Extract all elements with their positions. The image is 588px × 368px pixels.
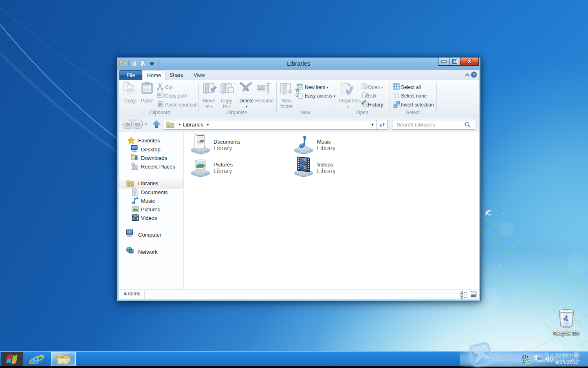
svg-text:e: e <box>32 352 40 367</box>
svg-text:?: ? <box>473 72 475 77</box>
svg-text:xtremehardware.it: xtremehardware.it <box>488 348 580 365</box>
svg-text:W...: W... <box>158 93 164 97</box>
